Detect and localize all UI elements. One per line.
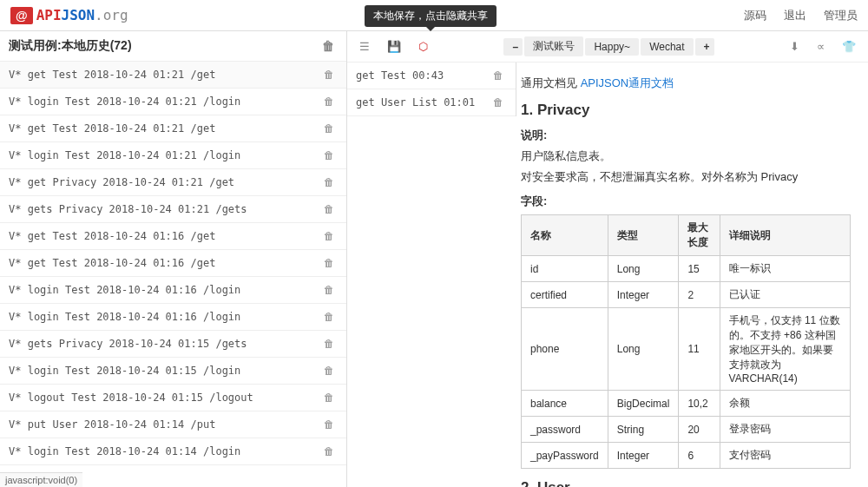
history-title: 测试用例:本地历史(72) — [9, 38, 319, 54]
trash-icon[interactable]: 🗑 — [320, 257, 338, 269]
history-item[interactable]: V* login Test 2018-10-24 01:15 /login🗑 — [0, 358, 346, 385]
trash-icon[interactable]: 🗑 — [320, 176, 338, 188]
history-item[interactable]: V* login Test 2018-10-24 01:21 /login🗑 — [0, 142, 346, 169]
doc-link-line: 通用文档见 APIJSON通用文档 — [521, 76, 851, 91]
tag-happy[interactable]: Happy~ — [585, 38, 639, 56]
fields-label: 字段: — [521, 194, 851, 209]
trash-icon[interactable]: 🗑 — [490, 69, 507, 82]
table-header: 类型 — [608, 215, 679, 256]
trash-icon[interactable]: 🗑 — [320, 149, 338, 161]
share-icon[interactable]: ⬡ — [415, 40, 431, 53]
trash-icon[interactable]: 🗑 — [319, 39, 338, 53]
fields-table: 名称类型最大长度详细说明 idLong15唯一标识certifiedIntege… — [521, 214, 851, 469]
section-user-heading: 2. User — [521, 479, 851, 487]
history-item[interactable]: V* login Test 2018-10-24 01:21 /login🗑 — [0, 89, 346, 115]
doc-area: 通用文档见 APIJSON通用文档 1. Privacy 说明: 用户隐私信息表… — [347, 63, 868, 487]
table-row: _payPasswordInteger6支付密码 — [522, 443, 851, 469]
dropdown-item[interactable]: get Test 00:43🗑 — [347, 63, 516, 89]
table-header: 名称 — [522, 215, 608, 256]
table-row: _passwordString20登录密码 — [522, 417, 851, 443]
trash-icon[interactable]: 🗑 — [320, 95, 338, 108]
list-icon[interactable]: ☰ — [356, 40, 373, 53]
logo-text[interactable]: APIJSON.org — [36, 7, 128, 23]
save-icon[interactable]: 💾 — [384, 40, 404, 53]
history-item[interactable]: V* login Test 2018-10-24 01:16 /login🗑 — [0, 277, 346, 304]
history-item[interactable]: V* get Test 2018-10-24 01:16 /get🗑 — [0, 223, 346, 250]
trash-icon[interactable]: 🗑 — [320, 69, 338, 81]
table-row: certifiedInteger2已认证 — [522, 282, 851, 308]
trash-icon[interactable]: 🗑 — [320, 284, 338, 296]
logo-badge: @ — [10, 7, 33, 24]
trash-icon[interactable]: 🗑 — [320, 230, 338, 242]
trash-icon[interactable]: 🗑 — [320, 311, 338, 323]
history-item[interactable]: V* login Test 2018-10-24 01:16 /login🗑 — [0, 304, 346, 331]
tag-account[interactable]: 测试账号 — [524, 36, 583, 56]
table-header: 详细说明 — [720, 215, 850, 256]
history-item[interactable]: V* gets Privacy 2018-10-24 01:15 /gets🗑 — [0, 331, 346, 358]
toolbar: ☰ 💾 ⬡ – 测试账号 Happy~ Wechat + ⬇ ∝ 👕 — [347, 31, 868, 63]
header-links: 源码 退出 管理员 — [744, 8, 858, 23]
table-row: phoneLong11手机号，仅支持 11 位数的。不支持 +86 这种国家地区… — [522, 308, 851, 391]
share-alt-icon[interactable]: ∝ — [813, 40, 828, 53]
history-list: V* get Test 2018-10-24 01:21 /get🗑V* log… — [0, 62, 346, 487]
tag-wechat[interactable]: Wechat — [641, 38, 693, 56]
tooltip-save: 本地保存，点击隐藏共享 — [365, 5, 496, 27]
dropdown-list: get Test 00:43🗑get User List 01:01🗑 — [347, 63, 516, 116]
history-item[interactable]: V* login Test 2018-10-24 01:14 /login🗑 — [0, 438, 346, 465]
trash-icon[interactable]: 🗑 — [320, 365, 338, 377]
history-item[interactable]: V* put User 2018-10-24 01:14 /put🗑 — [0, 411, 346, 438]
doc-link[interactable]: APIJSON通用文档 — [581, 76, 674, 89]
trash-icon[interactable]: 🗑 — [320, 392, 338, 404]
trash-icon[interactable]: 🗑 — [320, 418, 338, 431]
trash-icon[interactable]: 🗑 — [320, 203, 338, 215]
trash-icon[interactable]: 🗑 — [320, 445, 338, 457]
history-title-row: 测试用例:本地历史(72) 🗑 — [0, 31, 346, 62]
download-icon[interactable]: ⬇ — [786, 40, 803, 53]
history-item[interactable]: V* logout Test 2018-10-24 01:15 /logout🗑 — [0, 385, 346, 411]
history-item[interactable]: V* get Test 2018-10-24 01:21 /get🗑 — [0, 115, 346, 142]
section-privacy-heading: 1. Privacy — [521, 102, 851, 119]
desc-label: 说明: — [521, 128, 851, 143]
status-line: javascript:void(0) — [0, 472, 82, 487]
tag-group: – 测试账号 Happy~ Wechat + — [503, 36, 713, 56]
link-admin[interactable]: 管理员 — [824, 8, 858, 23]
desc-line-2: 对安全要求高，不想泄漏真实名称。对外名称为 Privacy — [521, 169, 851, 185]
shirt-icon[interactable]: 👕 — [838, 40, 859, 53]
history-item[interactable]: V* get Privacy 2018-10-24 01:21 /get🗑 — [0, 169, 346, 196]
history-panel: 测试用例:本地历史(72) 🗑 V* get Test 2018-10-24 0… — [0, 31, 347, 487]
history-item[interactable]: V* get Test 2018-10-24 01:16 /get🗑 — [0, 250, 346, 277]
tag-remove-button[interactable]: – — [503, 38, 523, 56]
history-item[interactable]: V* get Test 2018-10-24 01:21 /get🗑 — [0, 62, 346, 89]
link-logout[interactable]: 退出 — [784, 8, 806, 23]
table-header: 最大长度 — [679, 215, 720, 256]
tag-add-button[interactable]: + — [695, 38, 714, 56]
link-source[interactable]: 源码 — [744, 8, 766, 23]
desc-line-1: 用户隐私信息表。 — [521, 148, 851, 164]
table-row: idLong15唯一标识 — [522, 256, 851, 282]
table-row: balanceBigDecimal10,2余额 — [522, 391, 851, 417]
trash-icon[interactable]: 🗑 — [320, 122, 338, 135]
trash-icon[interactable]: 🗑 — [490, 96, 507, 109]
trash-icon[interactable]: 🗑 — [320, 338, 338, 350]
dropdown-item[interactable]: get User List 01:01🗑 — [347, 89, 516, 116]
history-item[interactable]: V* gets Privacy 2018-10-24 01:21 /gets🗑 — [0, 196, 346, 223]
